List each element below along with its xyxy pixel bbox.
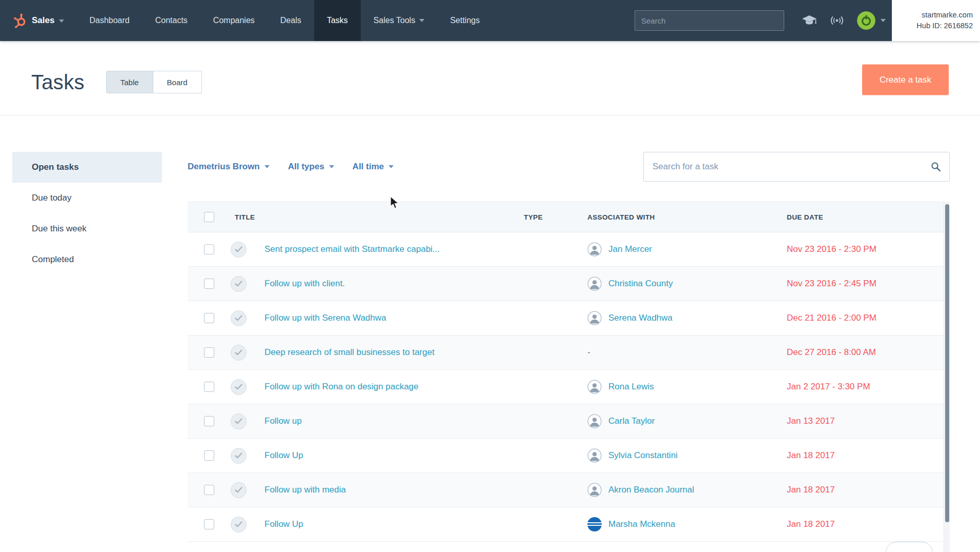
complete-task-button[interactable] [231,379,247,395]
complete-task-button[interactable] [231,276,247,292]
row-checkbox[interactable] [204,485,214,495]
nav-item-contacts[interactable]: Contacts [142,0,200,41]
view-toggle: Table Board [106,71,202,93]
complete-task-button[interactable] [231,310,247,326]
sidebar-item-completed[interactable]: Completed [12,244,162,275]
nav-item-settings[interactable]: Settings [437,0,493,41]
task-title-link[interactable]: Follow up with media [264,485,346,495]
due-date: Jan 18 2017 [787,450,950,461]
associated-contact-link[interactable]: Marsha Mckenna [608,519,675,529]
nav-item-tasks[interactable]: Tasks [314,0,361,41]
chevron-down-icon [329,165,334,168]
associated-contact-link[interactable]: Akron Beacon Journal [608,485,694,495]
user-avatar[interactable] [857,11,875,30]
account-chevron-down-icon[interactable] [881,19,886,22]
associated-contact-link[interactable]: Rona Lewis [608,382,654,392]
tasks-table: TITLE TYPE ASSOCIATED WITH DUE DATE Sent… [188,202,950,542]
account-panel[interactable]: startmarke.com Hub ID: 2616852 [892,0,980,41]
task-title-link[interactable]: Follow up with Serena Wadhwa [264,313,386,323]
row-checkbox[interactable] [204,347,214,358]
row-checkbox[interactable] [204,313,214,323]
complete-task-button[interactable] [231,345,247,361]
associated-contact-link[interactable]: Sylvia Constantini [608,450,678,461]
checkmark-icon [235,349,242,356]
nav-item-label: Deals [280,16,301,25]
task-title-link[interactable]: Follow Up [264,450,303,460]
checkmark-icon [235,384,242,390]
row-checkbox[interactable] [204,519,214,529]
board-view-button[interactable]: Board [153,71,202,93]
task-title-link[interactable]: Follow up [264,416,302,426]
task-search [643,152,950,182]
checkmark-icon [235,521,242,527]
global-search-input[interactable] [635,10,784,31]
associated-contact-link[interactable]: Christina County [608,279,673,289]
select-all-checkbox[interactable] [204,212,214,222]
nav-item-label: Settings [450,16,480,25]
due-date: Nov 23 2016 - 2:30 PM [787,244,950,254]
create-task-button[interactable]: Create a task [862,65,949,95]
company-logo-icon [587,517,602,531]
table-row: Follow up with media Akron Beacon Journa… [188,473,950,507]
scrollbar-thumb[interactable] [945,204,949,522]
associated-contact-link[interactable]: Jan Mercer [608,244,652,254]
due-date: Dec 27 2016 - 8:00 AM [787,347,950,358]
checkmark-icon [235,487,242,493]
task-title-link[interactable]: Sent prospect email with Startmarke capa… [264,244,440,254]
table-scrollbar[interactable] [944,202,950,552]
complete-task-button[interactable] [231,413,247,429]
complete-task-button[interactable] [231,242,247,258]
column-header-type[interactable]: TYPE [524,213,587,221]
row-checkbox[interactable] [204,416,214,426]
brand-menu[interactable]: Sales [13,13,64,28]
broadcast-icon[interactable] [829,14,845,27]
nav-item-dashboard[interactable]: Dashboard [76,0,142,41]
sidebar-item-open-tasks[interactable]: Open tasks [12,152,162,183]
account-hub-id: Hub ID: 2616852 [916,21,973,31]
owner-filter-dropdown[interactable]: Demetrius Brown [188,162,270,172]
type-filter-dropdown[interactable]: All types [288,162,334,172]
table-view-button[interactable]: Table [106,71,153,93]
row-checkbox[interactable] [204,450,214,461]
checkmark-icon [235,246,242,252]
due-date: Dec 21 2016 - 2:00 PM [787,313,950,323]
associated-contact-link[interactable]: Serena Wadhwa [608,313,672,323]
associated-contact-link[interactable]: Carla Taylor [608,416,655,426]
time-filter-dropdown[interactable]: All time [353,162,394,172]
table-row: Follow up Carla Taylor Jan 13 2017 [188,404,950,439]
sidebar-item-due-this-week[interactable]: Due this week [12,213,162,244]
main-nav: Dashboard Contacts Companies Deals Tasks… [76,0,493,41]
task-title-link[interactable]: Follow Up [264,519,303,529]
chevron-down-icon [264,165,270,168]
complete-task-button[interactable] [231,448,247,464]
pagination-control[interactable] [886,542,933,552]
column-header-title[interactable]: TITLE [231,213,524,221]
nav-item-deals[interactable]: Deals [268,0,314,41]
task-search-input[interactable] [643,152,950,182]
owner-filter-label: Demetrius Brown [188,162,260,172]
sidebar-item-label: Due this week [32,224,87,234]
row-checkbox[interactable] [204,244,214,254]
complete-task-button[interactable] [231,517,247,533]
chevron-down-icon [59,19,64,23]
task-title-link[interactable]: Follow up with Rona on design package [264,382,419,391]
row-checkbox[interactable] [204,279,214,289]
table-row: Deep research of small businesses to tar… [188,336,950,370]
due-date: Jan 18 2017 [787,519,950,529]
task-title-link[interactable]: Follow up with client. [264,279,345,288]
row-checkbox[interactable] [204,382,214,392]
nav-item-companies[interactable]: Companies [200,0,268,41]
complete-task-button[interactable] [231,482,247,498]
academy-icon[interactable] [802,14,817,27]
contact-avatar-icon [587,483,602,497]
sidebar-item-label: Open tasks [32,162,79,172]
nav-item-sales-tools[interactable]: Sales Tools [361,0,438,41]
search-icon[interactable] [931,162,941,172]
column-header-associated-with[interactable]: ASSOCIATED WITH [587,213,787,221]
contact-avatar-icon [587,380,602,394]
task-title-link[interactable]: Deep research of small businesses to tar… [264,347,435,357]
sidebar-item-due-today[interactable]: Due today [12,183,162,213]
content-area: Open tasks Due today Due this week Compl… [0,115,980,552]
column-header-due-date[interactable]: DUE DATE [787,213,950,221]
contact-avatar-icon [587,242,602,257]
